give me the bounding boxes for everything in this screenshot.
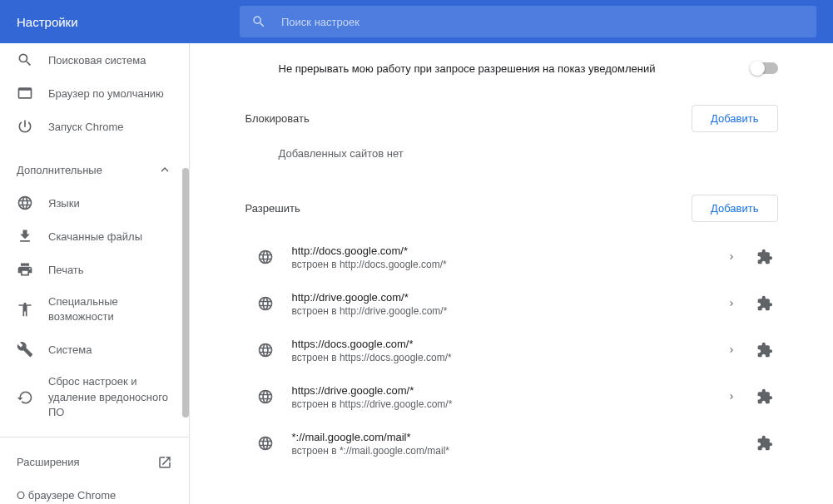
header-search-area: Поиск настроек <box>223 0 833 43</box>
site-arrow-button[interactable] <box>718 244 745 270</box>
extension-icon <box>751 290 778 317</box>
sidebar-item-label: Печать <box>48 264 172 276</box>
globe-icon <box>257 342 274 358</box>
allow-title: Разрешить <box>245 202 692 215</box>
globe-icon <box>257 388 274 405</box>
sidebar-item-label: Языки <box>48 197 172 210</box>
external-link-icon <box>157 455 172 470</box>
site-info: https://docs.google.com/* встроен в http… <box>292 338 718 363</box>
site-url: http://drive.google.com/* <box>292 291 718 304</box>
footer-label: Расширения <box>17 456 157 468</box>
site-info: http://docs.google.com/* встроен в http:… <box>292 245 718 270</box>
site-url: *://mail.google.com/mail* <box>292 431 718 443</box>
site-info: *://mail.google.com/mail* встроен в *://… <box>292 431 718 457</box>
accessibility-icon <box>17 301 33 318</box>
globe-icon <box>17 195 33 211</box>
print-icon <box>17 261 33 278</box>
site-url: http://docs.google.com/* <box>292 245 718 257</box>
sidebar-advanced-toggle[interactable]: Дополнительные <box>0 153 189 186</box>
sidebar-item-label: Скачанные файлы <box>48 230 172 243</box>
globe-icon <box>257 435 274 452</box>
wrench-icon <box>17 341 33 358</box>
site-embed: встроен в https://drive.google.com/* <box>292 398 718 410</box>
site-arrow-button[interactable] <box>718 290 745 317</box>
header-title: Настройки <box>0 0 223 43</box>
allow-site-row: http://docs.google.com/* встроен в http:… <box>229 234 795 280</box>
sidebar-item[interactable]: Специальные возможности <box>0 286 189 333</box>
extension-icon <box>751 337 778 363</box>
block-title: Блокировать <box>245 112 692 125</box>
sidebar-item[interactable]: Браузер по умолчанию <box>0 77 189 110</box>
search-icon <box>17 52 33 68</box>
notification-toggle-label: Не прерывать мою работу при запросе разр… <box>279 62 750 75</box>
sidebar-item-label: Поисковая система <box>48 54 172 67</box>
notification-toggle[interactable] <box>750 62 778 74</box>
sidebar-item[interactable]: Скачанные файлы <box>0 220 189 253</box>
site-url: https://drive.google.com/* <box>292 384 718 397</box>
site-arrow-button[interactable] <box>718 337 745 363</box>
advanced-label: Дополнительные <box>17 164 157 176</box>
site-info: http://drive.google.com/* встроен в http… <box>292 291 718 317</box>
power-icon <box>17 118 33 135</box>
sidebar: Поисковая системаБраузер по умолчаниюЗап… <box>0 43 190 504</box>
site-arrow-button[interactable] <box>718 383 745 410</box>
notification-toggle-row: Не прерывать мою работу при запросе разр… <box>229 43 795 93</box>
settings-title: Настройки <box>17 15 78 29</box>
extension-icon <box>751 244 778 270</box>
sidebar-item[interactable]: Печать <box>0 253 189 286</box>
sidebar-divider <box>0 437 189 437</box>
allow-site-row: https://docs.google.com/* встроен в http… <box>229 327 795 373</box>
sidebar-item-label: Специальные возможности <box>48 294 172 324</box>
block-empty-message: Добавленных сайтов нет <box>229 144 795 183</box>
footer-label: О браузере Chrome <box>17 489 172 502</box>
allow-site-row: http://drive.google.com/* встроен в http… <box>229 280 795 327</box>
extension-icon <box>751 430 778 457</box>
main-content: Не прерывать мою работу при запросе разр… <box>190 43 833 504</box>
chevron-up-icon <box>157 162 172 177</box>
site-embed: встроен в http://docs.google.com/* <box>292 259 718 270</box>
restore-icon <box>17 389 33 406</box>
sidebar-item[interactable]: Поисковая система <box>0 43 189 77</box>
site-url: https://docs.google.com/* <box>292 338 718 350</box>
sidebar-footer-item[interactable]: О браузере Chrome <box>0 479 189 504</box>
block-section-header: Блокировать Добавить <box>229 93 795 144</box>
search-icon <box>251 14 266 29</box>
allow-site-row: *://mail.google.com/mail* встроен в *://… <box>229 420 795 467</box>
search-placeholder: Поиск настроек <box>281 16 359 28</box>
extension-icon <box>751 383 778 410</box>
sidebar-item-label: Запуск Chrome <box>48 121 172 133</box>
allow-site-row: https://drive.google.com/* встроен в htt… <box>229 373 795 420</box>
site-info: https://drive.google.com/* встроен в htt… <box>292 384 718 410</box>
allow-add-button[interactable]: Добавить <box>692 195 777 222</box>
block-add-button[interactable]: Добавить <box>692 105 777 132</box>
sidebar-item-label: Браузер по умолчанию <box>48 87 172 100</box>
sidebar-item[interactable]: Сброс настроек и удаление вредоносного П… <box>0 366 189 428</box>
sidebar-item[interactable]: Запуск Chrome <box>0 110 189 143</box>
site-embed: встроен в https://docs.google.com/* <box>292 352 718 363</box>
globe-icon <box>257 295 274 312</box>
header: Настройки Поиск настроек <box>0 0 833 43</box>
site-embed: встроен в *://mail.google.com/mail* <box>292 445 718 457</box>
globe-icon <box>257 249 274 265</box>
site-embed: встроен в http://drive.google.com/* <box>292 305 718 317</box>
sidebar-item-label: Система <box>48 343 172 356</box>
sidebar-item[interactable]: Система <box>0 333 189 366</box>
browser-icon <box>17 85 33 101</box>
sidebar-item-label: Сброс настроек и удаление вредоносного П… <box>48 374 172 420</box>
sidebar-footer-item[interactable]: Расширения <box>0 446 189 479</box>
scrollbar-thumb[interactable] <box>182 168 189 418</box>
sidebar-item[interactable]: Языки <box>0 186 189 220</box>
search-box[interactable]: Поиск настроек <box>240 6 816 37</box>
allow-section-header: Разрешить Добавить <box>229 183 795 234</box>
download-icon <box>17 228 33 245</box>
